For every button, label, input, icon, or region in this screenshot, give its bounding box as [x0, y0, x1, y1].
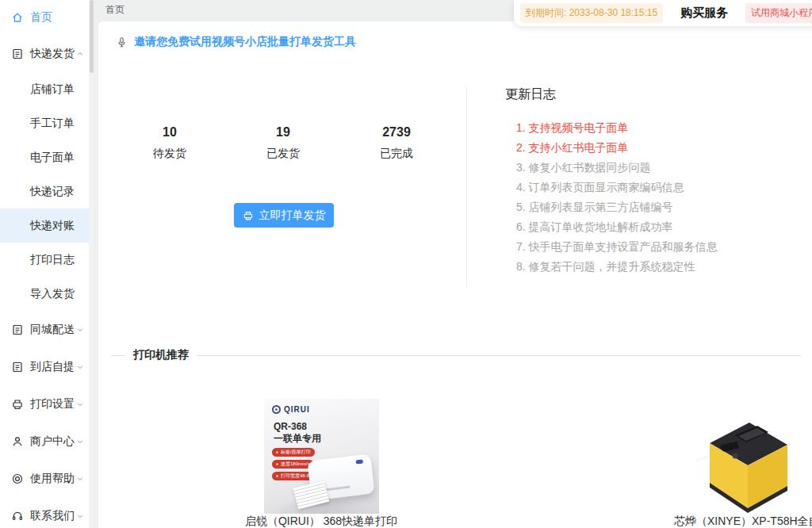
- sidebar-scrollbar[interactable]: [89, 0, 94, 528]
- log-item: 2. 支持小红书电子面单: [516, 138, 718, 158]
- main-card: 邀请您免费试用视频号小店批量打单发货工具 10 待发货 19 已发货 2739 …: [98, 21, 812, 528]
- chevron-down-icon: [76, 512, 84, 520]
- sidebar-item-contact-us[interactable]: 联系我们: [0, 497, 89, 528]
- stat-completed: 2739 已完成: [339, 124, 454, 161]
- sidebar-item-e-waybill[interactable]: 电子面单: [0, 140, 89, 174]
- chevron-down-icon: [76, 363, 84, 371]
- sidebar-item-store-pickup[interactable]: 到店自提: [0, 348, 89, 385]
- feature-badge: 标签/面单打印: [272, 448, 315, 457]
- sidebar-item-help[interactable]: 使用帮助: [0, 460, 89, 497]
- print-ship-now-button[interactable]: 立即打单发货: [234, 203, 334, 228]
- sidebar-item-label: 打印日志: [30, 253, 75, 267]
- announcement-link[interactable]: 邀请您免费试用视频号小店批量打单发货工具: [134, 35, 356, 49]
- printer-icon: [11, 398, 24, 411]
- sidebar-item-merchant-center[interactable]: 商户中心: [0, 423, 89, 460]
- sidebar-item-express-records[interactable]: 快递记录: [0, 174, 89, 209]
- model-number: QR-368: [274, 421, 321, 433]
- log-item: 5. 店铺列表显示第三方店铺编号: [516, 197, 718, 217]
- divider-line: [197, 355, 801, 356]
- stat-label: 待发货: [113, 147, 227, 161]
- product-caption-qirui[interactable]: 启锐（QIRUI） 368快递单打印: [242, 515, 400, 528]
- account-toolbar: 到期时间: 2033-08-30 18:15:15 购买服务 试用商城小程序: [514, 0, 812, 26]
- divider-line: [111, 355, 125, 356]
- stat-label: 已发货: [226, 147, 340, 161]
- sidebar-item-label: 店铺订单: [30, 82, 75, 97]
- qirui-brand-text: QIRUI: [284, 405, 310, 414]
- stat-shipped: 19 已发货: [226, 124, 340, 161]
- vertical-divider: [466, 87, 467, 287]
- product-model-text: QR-368 一联单专用: [274, 421, 321, 445]
- model-subtitle: 一联单专用: [274, 433, 321, 445]
- printer-section-divider: 打印机推荐: [111, 348, 801, 362]
- sidebar-item-home[interactable]: 首页: [0, 0, 89, 35]
- stat-pending-shipment: 10 待发货: [113, 124, 227, 161]
- qirui-logo: QIRUI: [272, 405, 310, 414]
- product-caption-xinye[interactable]: 芯烨（XINYE）XP-T58H全自: [674, 515, 812, 528]
- home-icon: [11, 11, 24, 24]
- help-icon: [11, 473, 24, 485]
- log-item: 8. 修复若干问题，并提升系统稳定性: [516, 257, 718, 277]
- sidebar-item-shop-orders[interactable]: 店铺订单: [0, 72, 89, 106]
- update-log-title: 更新日志: [505, 86, 556, 103]
- stat-value: 19: [226, 124, 340, 140]
- sidebar-item-print-logs[interactable]: 打印日志: [0, 243, 89, 277]
- tab-home[interactable]: 首页: [105, 3, 124, 17]
- sidebar-item-label: 首页: [30, 10, 52, 25]
- chevron-down-icon: [76, 438, 84, 446]
- order-doc-icon: [11, 361, 24, 373]
- print-ship-now-label: 立即打单发货: [259, 209, 326, 223]
- chevron-up-icon: [76, 50, 84, 58]
- sidebar-item-local-delivery[interactable]: 同城配送: [0, 311, 89, 348]
- sidebar-item-label: 快递记录: [30, 185, 75, 199]
- sidebar-item-label: 到店自提: [30, 360, 75, 374]
- sidebar-item-label: 快递发货: [30, 47, 75, 61]
- badge-text: 标签/面单打印: [281, 450, 311, 455]
- stat-value: 2739: [339, 124, 454, 140]
- chevron-down-icon: [76, 475, 84, 483]
- trial-mall-button[interactable]: 试用商城小程序: [745, 3, 812, 23]
- headset-icon: [11, 510, 24, 522]
- sidebar-item-label: 手工订单: [30, 117, 75, 131]
- sidebar-item-label: 商户中心: [30, 434, 75, 449]
- sidebar: 首页 快递发货 店铺订单 手工订单 电子面单 快递记录 快递对账 打印日志 导入…: [0, 0, 89, 528]
- sidebar-item-label: 同城配送: [30, 323, 75, 337]
- log-item: 6. 提高订单收货地址解析成功率: [516, 217, 718, 237]
- sidebar-item-label: 使用帮助: [30, 472, 75, 486]
- sidebar-item-label: 打印设置: [30, 397, 75, 411]
- microphone-icon: [116, 36, 128, 48]
- chevron-down-icon: [76, 326, 84, 334]
- app-window: 首页 快递发货 店铺订单 手工订单 电子面单 快递记录 快递对账 打印日志 导入…: [0, 0, 812, 528]
- sidebar-item-label: 联系我们: [30, 509, 75, 523]
- badge-dot: [276, 463, 278, 465]
- badge-text: 速度180mm/s: [281, 461, 310, 467]
- sidebar-item-label: 导入发货: [30, 287, 75, 301]
- announcement-banner[interactable]: 邀请您免费试用视频号小店批量打单发货工具: [116, 35, 356, 49]
- product-image-xinye[interactable]: Xprinter: [686, 399, 801, 514]
- buy-service-button[interactable]: 购买服务: [680, 6, 728, 21]
- sidebar-item-label: 快递对账: [30, 219, 75, 233]
- order-doc-icon: [11, 323, 24, 336]
- log-item: 3. 修复小红书数据同步问题: [516, 158, 718, 178]
- expiry-badge: 到期时间: 2033-08-30 18:15:15: [520, 3, 663, 23]
- log-item: 1. 支持视频号电子面单: [516, 118, 718, 138]
- sidebar-scrollbar-thumb[interactable]: [90, 0, 94, 73]
- sidebar-item-express-ship[interactable]: 快递发货: [0, 35, 89, 72]
- product-image-qirui[interactable]: QIRUI QR-368 一联单专用 标签/面单打印 速度180mm/s 打印宽…: [264, 399, 379, 514]
- sidebar-item-manual-orders[interactable]: 手工订单: [0, 106, 89, 140]
- log-item: 7. 快手电子面单支持设置产品和服务信息: [516, 237, 718, 257]
- printer-button: [356, 459, 364, 464]
- printer-section-title: 打印机推荐: [133, 348, 189, 362]
- stat-value: 10: [113, 124, 227, 140]
- log-item: 4. 订单列表页面显示商家编码信息: [516, 178, 718, 197]
- badge-dot: [276, 451, 278, 453]
- printer-icon: [243, 210, 254, 221]
- sidebar-item-print-settings[interactable]: 打印设置: [0, 385, 89, 423]
- stat-label: 已完成: [339, 147, 454, 161]
- chevron-down-icon: [76, 400, 84, 408]
- qirui-logo-icon: [272, 405, 281, 414]
- sidebar-item-import-shipping[interactable]: 导入发货: [0, 277, 89, 311]
- thermal-printer-illustration: [307, 453, 374, 500]
- badge-dot: [276, 475, 278, 477]
- sidebar-item-label: 电子面单: [30, 151, 75, 165]
- sidebar-item-express-reconciliation[interactable]: 快递对账: [0, 209, 89, 243]
